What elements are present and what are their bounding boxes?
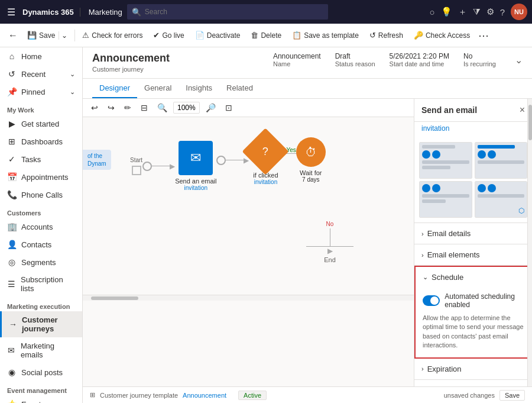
events-icon: ⭐ bbox=[7, 399, 17, 403]
edit-button[interactable]: ✏ bbox=[121, 101, 135, 114]
expiration-header[interactable]: › Expiration bbox=[414, 359, 532, 379]
thumb-avatar-4 bbox=[488, 150, 496, 159]
sidebar-item-home[interactable]: ⌂ Home bbox=[0, 47, 82, 65]
panel-scrollbar[interactable] bbox=[527, 99, 532, 386]
active-status: Active bbox=[238, 391, 267, 400]
grid-icon: ⊞ bbox=[90, 391, 95, 399]
tab-related[interactable]: Related bbox=[219, 79, 260, 98]
if-clicked-box[interactable]: ? bbox=[242, 128, 289, 175]
status-save-button[interactable]: Save bbox=[499, 390, 525, 401]
sidebar-item-segments[interactable]: ◎ Segments bbox=[0, 253, 82, 271]
template-item-4[interactable]: ⬡ bbox=[475, 181, 528, 218]
if-clicked-node[interactable]: ? if clicked invitation bbox=[249, 135, 282, 185]
schedule-header[interactable]: ⌄ Schedule bbox=[416, 267, 531, 288]
expand-header-button[interactable]: ⌄ bbox=[515, 54, 523, 66]
tab-general[interactable]: General bbox=[137, 79, 179, 98]
arrow-head-1: ▶ bbox=[170, 162, 175, 170]
sidebar-item-pinned[interactable]: 📌 Pinned bbox=[0, 83, 82, 101]
fit-button[interactable]: ⊡ bbox=[222, 101, 236, 114]
sidebar-item-contacts[interactable]: 👤 Contacts bbox=[0, 236, 82, 253]
sidebar-item-appointments[interactable]: 📅 Appointments bbox=[0, 168, 82, 186]
automated-scheduling-toggle[interactable] bbox=[423, 295, 440, 306]
sidebar-item-marketing-emails[interactable]: ✉ Marketing emails bbox=[0, 337, 82, 363]
refresh-button[interactable]: ↺ Refresh bbox=[365, 28, 408, 42]
hamburger-menu[interactable]: ☰ bbox=[5, 4, 18, 20]
template-link[interactable]: Announcement bbox=[183, 392, 226, 399]
plus-icon[interactable]: ＋ bbox=[458, 7, 467, 18]
segments-icon: ◎ bbox=[7, 257, 17, 267]
customer-journeys-icon: → bbox=[9, 320, 17, 329]
status-bar: ⊞ Customer journey template Announcement… bbox=[83, 386, 532, 403]
more-commands-button[interactable]: ⋯ bbox=[478, 29, 489, 42]
template-item-3[interactable] bbox=[419, 181, 472, 218]
description-header[interactable]: › Description bbox=[414, 380, 532, 386]
go-live-button[interactable]: ✔ Go live bbox=[148, 28, 189, 42]
save-dropdown-icon[interactable]: ⌄ bbox=[59, 31, 67, 40]
deactivate-button[interactable]: 📄 Deactivate bbox=[190, 28, 245, 42]
sidebar-item-get-started[interactable]: ▶ Get started bbox=[0, 115, 82, 133]
sidebar-item-phone-calls[interactable]: 📞 Phone Calls bbox=[0, 186, 82, 204]
back-button[interactable]: ← bbox=[5, 28, 21, 43]
customers-section: Customers bbox=[0, 204, 82, 218]
wait-for-box[interactable]: ⏱ bbox=[296, 137, 326, 167]
flow-canvas: of theDynam Start bbox=[83, 117, 414, 295]
sidebar: ⌂ Home ↺ Recent 📌 Pinned My Work ▶ Get s… bbox=[0, 47, 83, 403]
tab-designer[interactable]: Designer bbox=[92, 79, 137, 98]
sidebar-item-dashboards[interactable]: ⊞ Dashboards bbox=[0, 133, 82, 150]
search-box[interactable]: 🔍 bbox=[127, 4, 328, 20]
email-details-header[interactable]: › Email details bbox=[414, 223, 532, 244]
filter-icon[interactable]: ⧩ bbox=[473, 7, 481, 17]
sidebar-item-events[interactable]: ⭐ Events bbox=[0, 395, 82, 403]
zoom-in-button[interactable]: 🔎 bbox=[202, 101, 219, 114]
settings-icon[interactable]: ⚙ bbox=[486, 7, 494, 17]
email-elements-header[interactable]: › Email elements bbox=[414, 244, 532, 265]
split-view-button[interactable]: ⊟ bbox=[137, 101, 151, 114]
save-button[interactable]: 💾 Save ⌄ bbox=[22, 28, 72, 42]
template-item-2[interactable] bbox=[475, 142, 528, 179]
template-grid: ⬡ bbox=[419, 142, 527, 218]
email-details-section: › Email details bbox=[414, 223, 532, 244]
sidebar-item-accounts[interactable]: 🏢 Accounts bbox=[0, 218, 82, 236]
template-label: Customer journey template bbox=[100, 392, 178, 399]
delete-button[interactable]: 🗑 Delete bbox=[246, 28, 286, 42]
accounts-icon: 🏢 bbox=[7, 222, 17, 231]
circle-icon[interactable]: ○ bbox=[430, 7, 435, 17]
send-email-box[interactable]: ✉ bbox=[179, 141, 213, 175]
sidebar-pinned-label: Pinned bbox=[21, 88, 45, 96]
save-as-template-button[interactable]: 📋 Save as template bbox=[287, 28, 364, 42]
redo-button[interactable]: ↪ bbox=[104, 101, 118, 114]
no-vertical-line bbox=[330, 228, 330, 246]
search-input[interactable] bbox=[145, 8, 323, 16]
email-details-label: Email details bbox=[427, 229, 471, 238]
start-node: Start bbox=[130, 157, 142, 175]
check-errors-button[interactable]: ⚠ Check for errors bbox=[77, 28, 147, 42]
lightbulb-icon[interactable]: 💡 bbox=[441, 7, 452, 17]
canvas-hscroll[interactable] bbox=[83, 295, 414, 301]
description-label: Description bbox=[427, 386, 466, 386]
sidebar-item-customer-journeys[interactable]: → Customer journeys bbox=[0, 311, 82, 337]
sidebar-item-subscription-lists[interactable]: ☰ Subscription lists bbox=[0, 271, 82, 297]
tab-insights[interactable]: Insights bbox=[179, 79, 219, 98]
check-access-button[interactable]: 🔑 Check Access bbox=[409, 28, 475, 42]
panel-close-button[interactable]: × bbox=[520, 105, 525, 115]
avatar[interactable]: NU bbox=[511, 4, 527, 20]
template-item-1[interactable] bbox=[419, 142, 472, 179]
contacts-icon: 👤 bbox=[7, 240, 17, 249]
undo-button[interactable]: ↩ bbox=[87, 101, 102, 114]
no-label: No bbox=[326, 221, 334, 227]
sidebar-item-social-posts[interactable]: ◉ Social posts bbox=[0, 363, 82, 381]
send-email-node[interactable]: ✉ Send an email invitation bbox=[175, 141, 216, 191]
wait-for-node[interactable]: ⏱ Wait for 7 days bbox=[296, 137, 326, 183]
email-details-chevron: › bbox=[421, 230, 424, 237]
zoom-out-button[interactable]: 🔍 bbox=[154, 101, 171, 114]
sidebar-item-tasks[interactable]: ✓ Tasks bbox=[0, 150, 82, 168]
dashboards-icon: ⊞ bbox=[7, 137, 17, 146]
dashboards-label: Dashboards bbox=[21, 137, 63, 146]
external-link-icon[interactable]: ⬡ bbox=[518, 207, 524, 215]
sidebar-item-recent[interactable]: ↺ Recent bbox=[0, 65, 82, 83]
status-right: unsaved changes Save bbox=[444, 390, 525, 401]
arrow-line-2 bbox=[226, 160, 244, 160]
help-icon[interactable]: ? bbox=[500, 7, 505, 17]
go-live-icon: ✔ bbox=[153, 31, 160, 40]
send-email-sublabel: invitation bbox=[184, 185, 207, 191]
